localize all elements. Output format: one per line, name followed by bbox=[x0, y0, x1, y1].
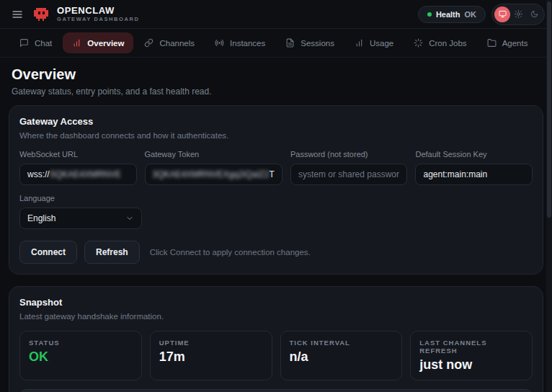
tab-label: Chat bbox=[35, 39, 52, 48]
tab-label: Cron Jobs bbox=[429, 39, 466, 48]
session-key-label: Default Session Key bbox=[415, 150, 533, 159]
connect-button[interactable]: Connect bbox=[19, 241, 77, 264]
theme-dark-button[interactable] bbox=[526, 6, 542, 22]
broadcast-icon bbox=[215, 38, 224, 48]
language-value: English bbox=[27, 213, 55, 223]
tile-value: just now bbox=[419, 357, 523, 373]
brand-block: OPENCLAW GATEWAY DASHBOARD bbox=[57, 6, 140, 23]
bar-chart-icon bbox=[355, 38, 364, 48]
folder-icon bbox=[487, 38, 497, 48]
websocket-url-input[interactable]: wss:// SQKAE4XMRNVE bbox=[19, 164, 137, 185]
gateway-token-input[interactable]: 3QKAE4XMRNVEXgq2iQaIZ2 T bbox=[145, 164, 282, 185]
openclaw-logo-icon bbox=[32, 5, 50, 24]
health-badge[interactable]: Health OK bbox=[418, 6, 486, 23]
loader-icon bbox=[414, 38, 423, 48]
tile-value: 17m bbox=[159, 349, 263, 365]
websocket-url-label: WebSocket URL bbox=[19, 150, 137, 159]
health-status-value: OK bbox=[465, 10, 477, 19]
password-field-block: Password (not stored) bbox=[290, 150, 408, 185]
theme-switcher bbox=[491, 4, 545, 25]
brand-subtitle: GATEWAY DASHBOARD bbox=[57, 17, 140, 23]
snapshot-tile-uptime: UPTIME17m bbox=[150, 331, 272, 380]
language-label: Language bbox=[19, 194, 142, 202]
language-field: Language English bbox=[19, 194, 142, 229]
snapshot-tile-tick-interval: TICK INTERVALn/a bbox=[280, 331, 403, 380]
refresh-button[interactable]: Refresh bbox=[84, 241, 140, 264]
tab-label: Agents bbox=[502, 39, 528, 48]
monitor-icon bbox=[499, 10, 507, 18]
tab-cron-jobs[interactable]: Cron Jobs bbox=[404, 32, 476, 53]
scrollbar-thumb[interactable] bbox=[547, 1, 551, 218]
connect-hint: Click Connect to apply connection change… bbox=[150, 248, 311, 257]
language-select[interactable]: English bbox=[19, 208, 142, 229]
gateway-access-subtitle: Where the dashboard connects and how it … bbox=[19, 131, 533, 140]
tab-channels[interactable]: Channels bbox=[135, 32, 204, 53]
chat-icon bbox=[19, 38, 29, 48]
moon-icon bbox=[530, 10, 538, 18]
bar-chart-icon bbox=[72, 38, 81, 48]
tile-label: UPTIME bbox=[159, 339, 263, 347]
tab-usage[interactable]: Usage bbox=[345, 32, 403, 53]
page-subtitle: Gateway status, entry points, and a fast… bbox=[12, 86, 540, 97]
gateway-token-redacted: 3QKAE4XMRNVEXgq2iQaIZ2 bbox=[153, 169, 270, 179]
snapshot-title: Snapshot bbox=[19, 297, 533, 308]
tab-label: Sessions bbox=[301, 39, 334, 48]
gateway-token-suffix: T bbox=[270, 169, 275, 179]
sun-icon bbox=[515, 10, 522, 18]
tab-label: Overview bbox=[87, 39, 124, 48]
tile-label: LAST CHANNELS REFRESH bbox=[419, 339, 523, 355]
brand-name: OPENCLAW bbox=[57, 6, 140, 17]
app-header: OPENCLAW GATEWAY DASHBOARD Health OK bbox=[0, 0, 552, 29]
session-key-field: Default Session Key bbox=[415, 150, 533, 185]
tab-overview[interactable]: Overview bbox=[63, 32, 133, 53]
tab-label: Instances bbox=[230, 39, 265, 48]
page-head: Overview Gateway status, entry points, a… bbox=[0, 58, 552, 105]
gateway-access-title: Gateway Access bbox=[19, 116, 533, 127]
page-title: Overview bbox=[12, 66, 540, 83]
theme-light-button[interactable] bbox=[510, 6, 526, 22]
gateway-token-field: Gateway Token 3QKAE4XMRNVEXgq2iQaIZ2 T bbox=[145, 150, 282, 185]
scrollbar[interactable] bbox=[546, 0, 552, 392]
health-status-dot bbox=[427, 12, 432, 17]
snapshot-subtitle: Latest gateway handshake information. bbox=[19, 312, 533, 321]
snapshot-card: Snapshot Latest gateway handshake inform… bbox=[9, 286, 543, 392]
tab-agents[interactable]: Agents bbox=[478, 32, 538, 53]
tab-label: Usage bbox=[370, 39, 393, 48]
tab-label: Channels bbox=[159, 39, 195, 48]
chevron-down-icon bbox=[125, 214, 134, 223]
password-label: Password (not stored) bbox=[290, 150, 408, 159]
file-icon bbox=[285, 38, 295, 48]
gateway-access-card: Gateway Access Where the dashboard conne… bbox=[9, 105, 543, 275]
tab-sessions[interactable]: Sessions bbox=[276, 32, 344, 53]
websocket-url-field: WebSocket URL wss:// SQKAE4XMRNVE bbox=[19, 150, 137, 185]
link-icon bbox=[144, 38, 153, 48]
hamburger-menu-icon[interactable] bbox=[7, 4, 27, 24]
password-input[interactable] bbox=[290, 164, 408, 185]
tab-chat[interactable]: Chat bbox=[10, 32, 61, 53]
theme-system-button[interactable] bbox=[494, 6, 510, 22]
session-key-input[interactable] bbox=[415, 164, 533, 185]
health-label: Health bbox=[436, 10, 460, 19]
tile-value: OK bbox=[29, 349, 133, 365]
websocket-url-redacted: SQKAE4XMRNVE bbox=[50, 169, 121, 179]
tile-label: STATUS bbox=[29, 339, 133, 347]
main-nav: ChatOverviewChannelsInstancesSessionsUsa… bbox=[0, 29, 552, 58]
websocket-url-prefix: wss:// bbox=[27, 169, 50, 179]
tile-label: TICK INTERVAL bbox=[290, 339, 393, 347]
gateway-token-label: Gateway Token bbox=[145, 150, 282, 159]
tile-value: n/a bbox=[290, 349, 393, 365]
snapshot-tile-last-channels-refresh: LAST CHANNELS REFRESHjust now bbox=[410, 331, 533, 380]
snapshot-tile-status: STATUSOK bbox=[19, 331, 142, 380]
channels-note: Use Channels to link WhatsApp, Telegram,… bbox=[19, 389, 533, 392]
tab-instances[interactable]: Instances bbox=[205, 32, 275, 53]
